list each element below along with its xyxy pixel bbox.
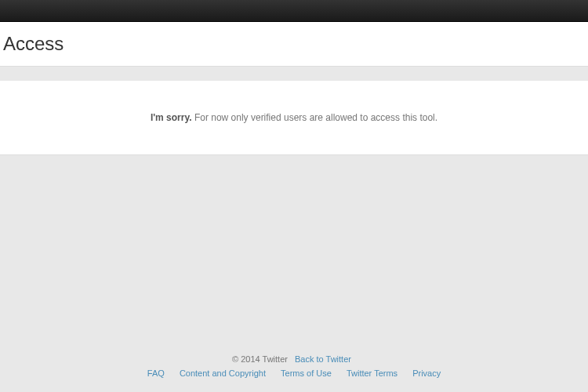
page-footer: © 2014 Twitter Back to Twitter FAQ Conte… [0, 354, 588, 378]
message-prefix: I'm sorry. [151, 112, 192, 123]
footer-line-2: FAQ Content and Copyright Terms of Use T… [0, 368, 588, 378]
footer-link-faq[interactable]: FAQ [147, 368, 165, 378]
footer-link-content-copyright[interactable]: Content and Copyright [180, 368, 266, 378]
copyright-text: © 2014 Twitter [232, 354, 288, 364]
access-denied-message: I'm sorry. For now only verified users a… [16, 112, 572, 123]
footer-link-privacy[interactable]: Privacy [412, 368, 441, 378]
page-title: Access [0, 33, 588, 55]
spacer [0, 67, 588, 81]
footer-link-terms-of-use[interactable]: Terms of Use [281, 368, 332, 378]
footer-line-1: © 2014 Twitter Back to Twitter [0, 354, 588, 364]
back-to-twitter-link[interactable]: Back to Twitter [295, 354, 351, 364]
top-navbar [0, 0, 588, 22]
footer-link-twitter-terms[interactable]: Twitter Terms [347, 368, 397, 378]
message-body: For now only verified users are allowed … [194, 112, 437, 123]
content-area [0, 155, 588, 343]
access-message-card: I'm sorry. For now only verified users a… [0, 81, 588, 155]
page-header: Access [0, 22, 588, 67]
